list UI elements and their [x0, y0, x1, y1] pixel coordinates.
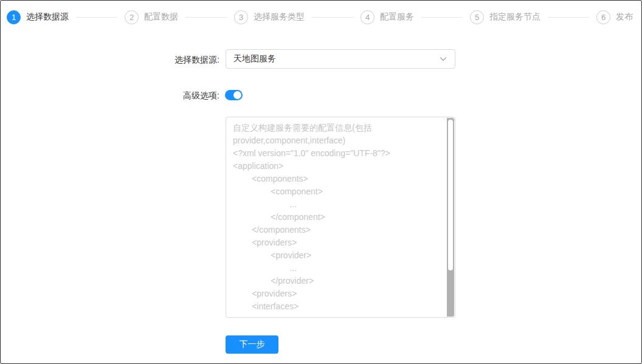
step-connector [185, 17, 227, 18]
textarea-scrollbar-thumb[interactable] [448, 120, 453, 270]
toggle-knob [233, 91, 241, 99]
step-label: 指定服务节点 [489, 12, 540, 22]
wizard-stepper: 1 选择数据源 2 配置数据 3 选择服务类型 4 配置服务 5 指定服务节点 … [7, 9, 633, 25]
step-number-badge: 2 [125, 10, 139, 24]
step-number-badge: 1 [7, 10, 21, 24]
step-item-3: 3 选择服务类型 [234, 10, 305, 24]
step-item-4: 4 配置服务 [361, 10, 414, 24]
step-item-5: 5 指定服务节点 [470, 10, 540, 24]
step-number-badge: 4 [361, 10, 374, 24]
step-label: 发布 [616, 12, 633, 22]
datasource-select[interactable]: 天地图服务 [226, 49, 455, 69]
step-connector [548, 17, 589, 18]
step-item-6: 6 发布 [596, 10, 633, 24]
datasource-label: 选择数据源: [1, 55, 219, 66]
step-item-2: 2 配置数据 [125, 10, 178, 24]
wizard-page: 1 选择数据源 2 配置数据 3 选择服务类型 4 配置服务 5 指定服务节点 … [0, 0, 642, 364]
step-number-badge: 6 [596, 10, 610, 24]
step-number-badge: 5 [470, 10, 484, 24]
step-label: 配置服务 [380, 12, 414, 22]
step-label: 选择服务类型 [254, 12, 305, 22]
datasource-select-value: 天地图服务 [233, 53, 439, 64]
step-number-badge: 3 [234, 10, 248, 24]
step-label: 配置数据 [144, 12, 178, 22]
step-label: 选择数据源 [26, 12, 69, 22]
textarea-scrollbar-track[interactable] [447, 118, 454, 317]
next-step-button[interactable]: 下一步 [226, 335, 278, 354]
advanced-options-label: 高级选项: [1, 91, 219, 101]
step-connector [421, 17, 463, 18]
advanced-options-toggle[interactable] [225, 90, 243, 100]
config-xml-textarea[interactable] [226, 117, 455, 317]
step-connector [312, 17, 353, 18]
step-connector [76, 17, 117, 18]
config-textarea-container [226, 117, 455, 318]
chevron-down-icon [439, 55, 447, 63]
step-item-1: 1 选择数据源 [7, 10, 69, 24]
